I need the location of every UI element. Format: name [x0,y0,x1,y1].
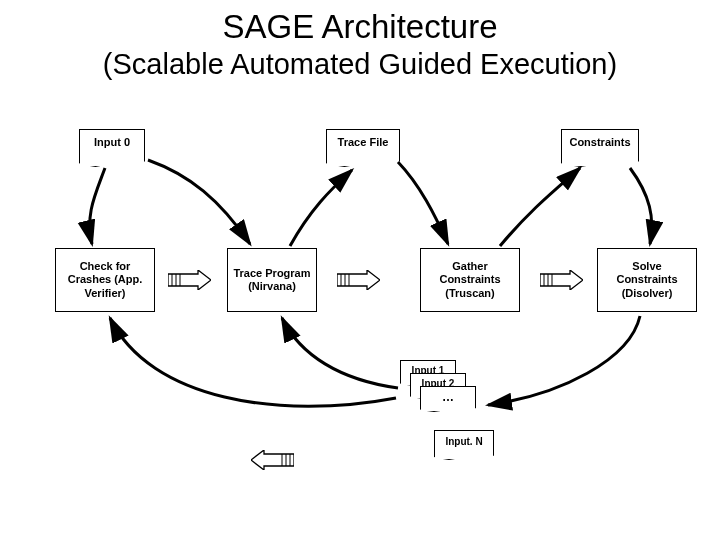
doc-input-dots: … [420,386,476,412]
proc-check-crashes: Check for Crashes (App. Verifier) [55,248,155,312]
page-subtitle: (Scalable Automated Guided Execution) [0,48,720,81]
proc-solve-constraints: Solve Constraints (Disolver) [597,248,697,312]
block-arrow-icon [540,270,583,290]
proc-gather-constraints: Gather Constraints (Truscan) [420,248,520,312]
proc-trace-program: Trace Program (Nirvana) [227,248,317,312]
doc-inputn: Input. N [434,430,494,460]
doc-input0: Input 0 [79,129,145,167]
block-arrow-left-icon [251,450,294,470]
doc-constraints: Constraints [561,129,639,167]
page-title: SAGE Architecture [0,8,720,46]
block-arrow-icon [337,270,380,290]
stacked-inputs: Input 1 Input 2 … [400,360,480,420]
block-arrow-icon [168,270,211,290]
doc-tracefile: Trace File [326,129,400,167]
